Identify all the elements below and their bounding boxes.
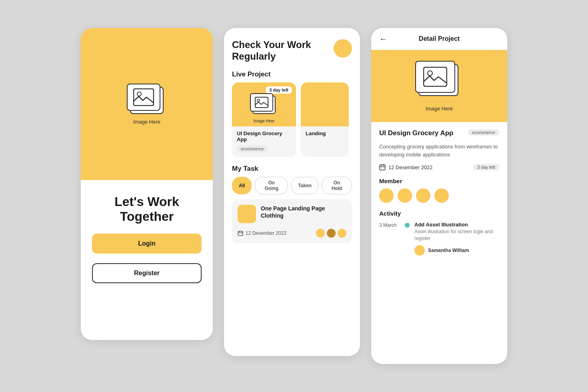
member-dot-2 [327,229,336,238]
project-tag-1: ecommerce [237,146,268,152]
svg-rect-4 [238,231,243,236]
detail-proj-tag: ecommerce [468,129,499,136]
filter-taken[interactable]: Taken [291,177,318,194]
svg-point-3 [257,99,260,102]
member-section-label: Member [379,178,499,184]
project-img-label-1: Image Here [254,119,274,123]
card-front-sm [250,93,273,112]
task-members [316,229,346,238]
svg-rect-8 [424,67,447,86]
detail-content: UI Design Grocery App ecommerce Concepti… [371,122,507,263]
task-date-text: 12 Desember 2022 [246,230,286,236]
project-card-body-2: Landing [301,126,349,144]
member-section: Member [379,176,499,203]
image-icon [127,84,167,116]
image-placeholder: Image Here [127,84,167,125]
activity-username: Samantha William [428,248,469,253]
detail-days-left: 3 day left [473,164,499,170]
img-svg-sm [255,97,268,108]
screen-dashboard: Check Your Work Regularly Live Project 3… [224,28,360,356]
activity-user: Samantha William [414,245,499,256]
calendar-icon [238,230,243,236]
detail-image-icon [415,61,463,99]
svg-rect-2 [255,97,268,108]
activity-section: Activity 3 March Add Asset Illustration … [379,208,499,256]
svg-rect-10 [380,165,385,170]
tagline: Let's Work Together [92,194,202,224]
login-button[interactable]: Login [92,234,202,254]
project-card-body-1: UI Design Grocery App ecommerce [232,126,296,157]
task-card[interactable]: One Page Landing Page Clothing 12 Desemb… [232,199,352,243]
project-card-2[interactable]: Landing [301,82,349,157]
svg-point-1 [137,92,141,96]
detail-meta-row: 12 Desember 2022 3 day left [379,164,499,170]
filter-ongoing[interactable]: On Going [255,177,288,194]
member-avatar-4 [434,188,449,203]
screen-login: Image Here Let's Work Together Login Reg… [81,28,213,340]
task-card-footer: 12 Desember 2022 [238,229,346,238]
detail-proj-name: UI Design Grocery App [379,129,453,137]
dashboard-header: Check Your Work Regularly [232,39,352,62]
task-name: One Page Landing Page Clothing [261,205,346,219]
activity-subtitle: Asset illustration for screen login and … [414,228,499,242]
activity-dot [405,223,410,228]
activity-list: 3 March Add Asset Illustration Asset ill… [379,222,499,256]
activity-date: 3 March [379,222,400,228]
card-front-lg [415,61,455,93]
member-avatar-1 [379,188,394,203]
detail-date: 12 Desember 2022 [379,164,433,170]
filter-all[interactable]: All [232,177,252,194]
screen-detail: ← Detail Project Image Here UI Design Gr… [371,28,507,364]
days-left-badge-1: 3 day left [266,86,292,94]
my-task-section: My Task All On Going Taken On Hold One P… [232,165,352,243]
detail-date-text: 12 Desember 2022 [388,164,433,170]
my-task-label: My Task [232,165,352,173]
task-card-top: One Page Landing Page Clothing [238,205,346,223]
project-card-1[interactable]: 3 day left Image Here [232,82,296,157]
dashboard-title: Check Your Work Regularly [232,39,312,62]
project-card-img-1: 3 day left Image Here [232,82,296,126]
member-dot-3 [338,229,346,238]
image-label: Image Here [133,119,160,125]
activity-section-label: Activity [379,210,499,217]
detail-image-label: Image Here [426,106,453,112]
login-form-area: Let's Work Together Login Register [81,180,213,340]
svg-point-9 [428,71,432,76]
filter-row: All On Going Taken On Hold [232,177,352,194]
projects-list: 3 day left Image Here [232,82,352,157]
detail-banner: Image Here [371,50,507,122]
card-front [127,84,160,111]
login-hero-area: Image Here [81,28,213,180]
image-svg [133,88,154,106]
members-row [379,188,499,203]
img-svg-lg [423,67,447,87]
project-image-icon-1 [250,93,278,116]
detail-topbar: ← Detail Project [371,28,507,50]
task-date: 12 Desember 2022 [238,230,286,236]
member-avatar-2 [398,188,412,203]
detail-calendar-icon [379,164,386,170]
live-project-label: Live Project [232,70,352,78]
filter-onhold[interactable]: On Hold [322,177,352,194]
user-avatar[interactable] [334,39,352,58]
member-dot-1 [316,229,325,238]
project-name-1: UI Design Grocery App [237,130,291,142]
detail-topbar-title: Detail Project [419,35,460,42]
register-button[interactable]: Register [92,263,202,283]
task-thumbnail [238,205,256,223]
project-name-2: Landing [306,130,344,136]
detail-proj-header: UI Design Grocery App ecommerce [379,129,499,137]
live-project-section: Live Project 3 day left [232,70,352,157]
activity-user-avatar [414,245,425,256]
activity-title: Add Asset Illustration [414,222,499,228]
screens-container: Image Here Let's Work Together Login Reg… [65,4,523,388]
activity-item-1: 3 March Add Asset Illustration Asset ill… [379,222,499,256]
detail-desc: Concepting grocery applications from wir… [379,143,499,158]
svg-rect-0 [134,89,154,106]
member-avatar-3 [416,188,430,203]
project-card-img-2 [301,82,349,126]
activity-body: Add Asset Illustration Asset illustratio… [414,222,499,256]
back-button[interactable]: ← [379,34,387,44]
